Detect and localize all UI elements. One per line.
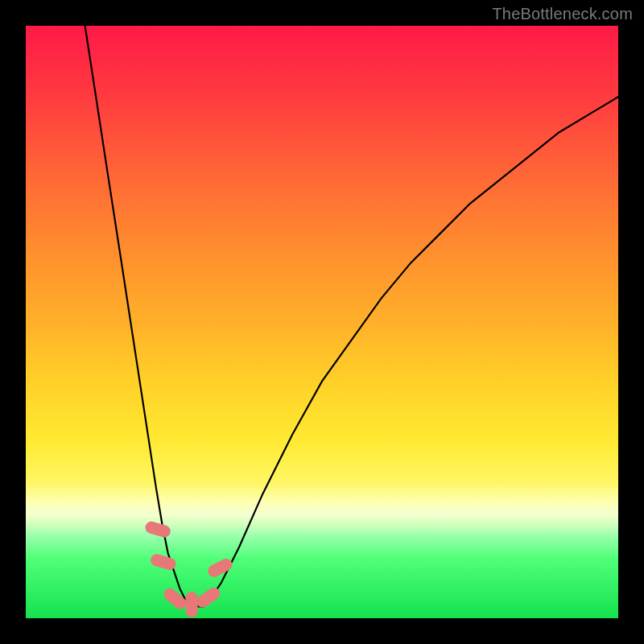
curve-marker — [149, 552, 177, 571]
curve-marker — [206, 556, 234, 579]
svg-rect-3 — [186, 592, 198, 617]
svg-rect-1 — [149, 552, 177, 571]
plot-area — [26, 26, 618, 618]
marker-layer — [144, 520, 234, 617]
chart-frame: TheBottleneck.com — [0, 0, 644, 644]
svg-rect-5 — [206, 556, 234, 579]
bottleneck-curve — [85, 26, 618, 606]
svg-rect-0 — [144, 520, 172, 539]
curve-marker — [186, 592, 198, 617]
chart-svg — [26, 26, 618, 618]
watermark-text: TheBottleneck.com — [492, 5, 633, 23]
curve-marker — [144, 520, 172, 539]
curve-layer — [85, 26, 618, 606]
